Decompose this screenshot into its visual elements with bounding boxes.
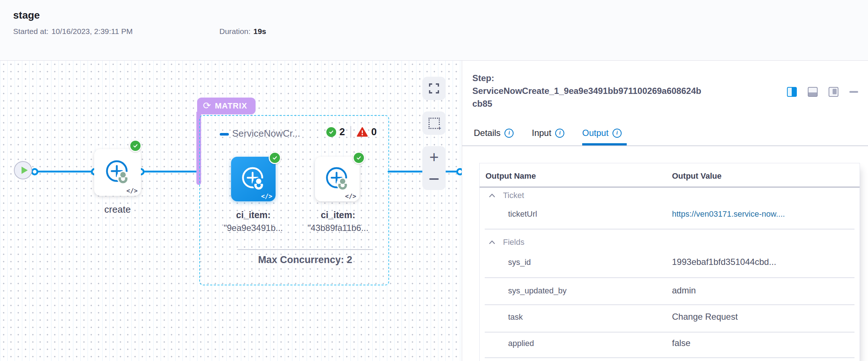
- duration-value: 19s: [253, 27, 266, 35]
- play-icon: [22, 167, 28, 174]
- node-key: ci_item:: [236, 210, 270, 220]
- output-row-name: applied: [508, 339, 534, 348]
- success-check-icon: [129, 140, 142, 152]
- info-icon[interactable]: i: [555, 129, 564, 138]
- started-at: Started at:10/16/2023, 2:39:11 PM: [13, 27, 133, 36]
- matrix-node-1-label: ci_item: "9ea9e3491b...: [208, 208, 299, 235]
- failed-warning-icon: [357, 127, 368, 137]
- success-check-icon: [353, 152, 365, 164]
- row-divider: [485, 332, 854, 332]
- row-divider: [485, 229, 854, 229]
- servicenow-step-icon: [322, 163, 352, 193]
- code-step-icon: </>: [261, 193, 272, 200]
- chevron-up-icon: [489, 194, 495, 197]
- matrix-node-1[interactable]: </>: [231, 157, 276, 201]
- node-key: ci_item:: [321, 210, 355, 220]
- tab-input[interactable]: Input i: [532, 128, 564, 138]
- servicenow-step-icon: [102, 156, 133, 187]
- matrix-status: 2 0: [326, 126, 377, 138]
- step-title: Step: ServiceNowCreate_1_9ea9e3491bb9711…: [472, 72, 702, 110]
- fullscreen-icon: [429, 83, 439, 94]
- marquee-select-button[interactable]: +: [422, 111, 446, 135]
- step-details-panel: Step: ServiceNowCreate_1_9ea9e3491bb9711…: [462, 61, 868, 361]
- step-title-label: Step:: [472, 73, 494, 83]
- matrix-node-2-label: ci_item: "43b89fa11b6...: [292, 208, 384, 235]
- started-at-value: 10/16/2023, 2:39:11 PM: [51, 27, 133, 35]
- output-row-name: task: [508, 312, 523, 322]
- failed-count: 0: [371, 126, 377, 138]
- output-row-value: 1993ebaf1bfd351044cbd...: [672, 257, 776, 267]
- loop-icon: ⟳: [203, 101, 211, 110]
- stage-header: stage Started at:10/16/2023, 2:39:11 PM …: [0, 0, 868, 61]
- step-node-create[interactable]: </>: [94, 149, 141, 196]
- connector-port: [31, 168, 38, 175]
- row-divider: [485, 357, 854, 358]
- code-step-icon: </>: [345, 193, 356, 200]
- chevron-up-icon: [489, 240, 495, 244]
- output-row-name: sys_updated_by: [508, 286, 566, 296]
- step-label: create: [94, 204, 141, 215]
- output-table: Output Name Output Value Ticket ticketUr…: [479, 163, 860, 361]
- started-at-label: Started at:: [13, 27, 49, 35]
- status-divider: [350, 126, 351, 138]
- pipeline-canvas[interactable]: </> create ⟳ MATRIX ServiceNowCr... 2: [0, 61, 462, 361]
- zoom-in-button[interactable]: +: [422, 146, 446, 168]
- matrix-badge-label: MATRIX: [215, 101, 247, 111]
- success-count: 2: [339, 126, 345, 138]
- output-row-value: admin: [672, 285, 696, 296]
- stage-start-node[interactable]: [14, 161, 32, 179]
- matrix-node-2[interactable]: </>: [315, 157, 360, 201]
- group-row-ticket[interactable]: Ticket: [489, 191, 524, 200]
- servicenow-step-icon: [238, 163, 268, 193]
- duration: Duration:19s: [219, 27, 266, 36]
- step-name: ServiceNowCreate_1_9ea9e3491bb971100269a…: [472, 84, 702, 110]
- tab-output[interactable]: Output i: [582, 128, 622, 138]
- max-concurrency-divider: [237, 249, 373, 250]
- page-title: stage: [13, 10, 40, 21]
- matrix-badge: ⟳ MATRIX: [197, 98, 256, 114]
- code-step-icon: </>: [126, 187, 138, 194]
- fit-to-screen-button[interactable]: [422, 77, 446, 100]
- success-count-icon: [326, 127, 336, 137]
- matrix-step-title: ServiceNowCr...: [232, 128, 300, 139]
- connector-line: [35, 171, 95, 172]
- connector-line: [141, 171, 199, 172]
- minimize-panel-icon[interactable]: [849, 91, 858, 93]
- group-name: Fields: [503, 238, 525, 247]
- connector-port: [456, 168, 462, 175]
- tab-details[interactable]: Details i: [474, 128, 514, 138]
- tabs-divider: [462, 145, 868, 146]
- minus-icon: [429, 178, 439, 180]
- zoom-out-button[interactable]: [422, 168, 446, 190]
- selection-box-icon: +: [429, 118, 440, 129]
- row-divider: [485, 277, 854, 278]
- group-row-fields[interactable]: Fields: [489, 238, 525, 247]
- ticket-url-link[interactable]: https://ven03171.service-now....: [672, 209, 785, 219]
- split-vertical-icon[interactable]: [787, 87, 797, 97]
- column-header-name: Output Name: [485, 171, 536, 181]
- node-value: "43b89fa11b6...: [292, 221, 384, 235]
- output-row-name: sys_id: [508, 258, 531, 267]
- zoom-controls: +: [422, 146, 446, 190]
- max-concurrency-label: Max Concurrency: 2: [237, 254, 373, 266]
- row-divider: [485, 304, 854, 305]
- group-name: Ticket: [503, 191, 524, 200]
- info-icon[interactable]: i: [612, 129, 622, 138]
- tab-label: Output: [582, 128, 608, 138]
- output-row-value: Change Request: [672, 312, 738, 322]
- tab-label: Input: [532, 128, 551, 138]
- panel-tabs: Details i Input i Output i: [462, 128, 868, 145]
- node-value: "9ea9e3491b...: [208, 221, 299, 235]
- column-header-value: Output Value: [672, 171, 722, 181]
- pipeline-execution-view: stage Started at:10/16/2023, 2:39:11 PM …: [0, 0, 868, 361]
- collapse-matrix-button[interactable]: [220, 133, 229, 136]
- float-panel-icon[interactable]: [829, 87, 838, 97]
- split-horizontal-icon[interactable]: [808, 87, 818, 97]
- duration-label: Duration:: [219, 27, 250, 35]
- info-icon[interactable]: i: [504, 129, 514, 138]
- output-row-name: ticketUrl: [508, 209, 537, 219]
- output-row-value: false: [672, 338, 691, 348]
- success-check-icon: [269, 152, 281, 164]
- tab-label: Details: [474, 128, 500, 138]
- table-header-divider: [480, 187, 860, 187]
